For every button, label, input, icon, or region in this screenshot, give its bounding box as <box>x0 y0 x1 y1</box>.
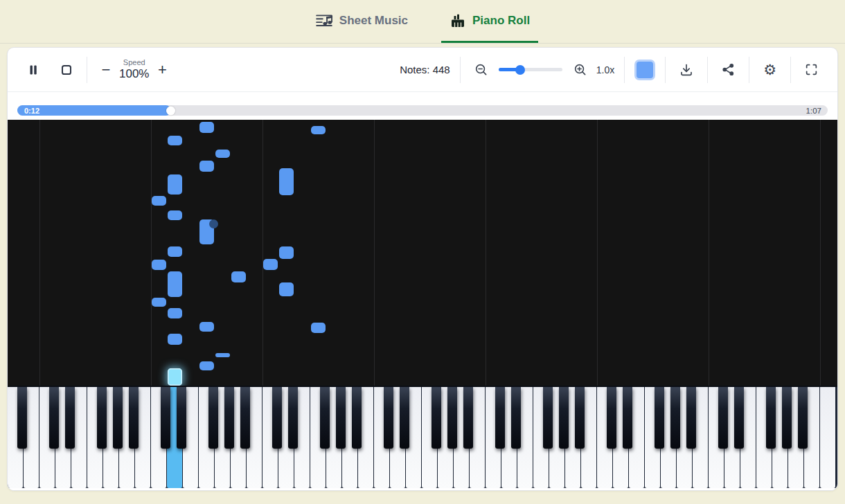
black-key[interactable] <box>798 387 808 449</box>
falling-note <box>263 259 278 270</box>
stop-button[interactable] <box>56 60 77 80</box>
tab-sheet-music[interactable]: Sheet Music <box>307 0 416 43</box>
octave-line <box>820 120 821 386</box>
elapsed-time: 0:12 <box>24 107 39 115</box>
black-key[interactable] <box>511 387 521 449</box>
tab-sheet-music-label: Sheet Music <box>339 14 408 28</box>
note-dot <box>209 219 218 228</box>
falling-note <box>199 161 214 172</box>
falling-note <box>311 126 326 134</box>
black-key[interactable] <box>129 387 139 449</box>
black-key[interactable] <box>240 387 250 449</box>
black-key[interactable] <box>97 387 107 449</box>
falling-note <box>152 260 166 270</box>
black-key[interactable] <box>17 387 27 449</box>
black-key[interactable] <box>161 387 170 449</box>
speed-display: Speed 100% <box>119 58 149 80</box>
toolbar-divider <box>790 57 791 83</box>
gear-icon: ⚙ <box>763 63 776 77</box>
zoom-slider-thumb[interactable] <box>515 65 525 75</box>
black-key[interactable] <box>782 387 792 449</box>
progress-row: 0:12 1:07 <box>8 92 837 120</box>
white-key[interactable] <box>820 387 836 488</box>
black-key[interactable] <box>623 387 632 449</box>
falling-note <box>152 298 166 307</box>
falling-note <box>311 323 326 333</box>
black-key[interactable] <box>384 387 393 449</box>
black-key[interactable] <box>400 387 409 449</box>
black-key[interactable] <box>352 387 362 449</box>
octave-line <box>709 120 709 386</box>
black-key[interactable] <box>432 387 441 449</box>
share-button[interactable] <box>718 59 739 80</box>
black-key[interactable] <box>559 387 569 449</box>
keyboard-footer <box>8 488 837 490</box>
pause-button[interactable] <box>23 60 44 80</box>
black-key[interactable] <box>734 387 744 449</box>
sheet-music-icon <box>315 12 333 30</box>
falling-note <box>199 322 214 332</box>
toolbar-divider <box>749 57 749 83</box>
falling-note <box>215 353 230 357</box>
progress-bar[interactable]: 0:12 1:07 <box>17 105 828 116</box>
progress-thumb[interactable] <box>166 106 175 115</box>
black-key[interactable] <box>766 387 776 449</box>
zoom-in-button[interactable] <box>569 59 591 80</box>
black-key[interactable] <box>575 387 585 449</box>
black-key[interactable] <box>177 387 186 449</box>
falling-note <box>199 122 214 133</box>
falling-note <box>168 136 182 145</box>
black-key[interactable] <box>655 387 664 449</box>
fullscreen-button[interactable] <box>801 59 822 80</box>
black-key[interactable] <box>543 387 553 449</box>
black-key[interactable] <box>208 387 218 449</box>
speed-value: 100% <box>119 67 149 81</box>
octave-line <box>263 120 263 386</box>
keyboard <box>8 386 837 488</box>
falling-note <box>168 246 182 257</box>
view-tabbar: Sheet Music Piano Roll <box>0 0 845 44</box>
black-key[interactable] <box>495 387 505 449</box>
speed-increase-button[interactable]: + <box>153 61 171 79</box>
speed-decrease-button[interactable]: − <box>97 61 115 79</box>
black-key[interactable] <box>320 387 330 449</box>
black-key[interactable] <box>113 387 123 449</box>
black-key[interactable] <box>288 387 298 449</box>
falling-note <box>279 282 294 296</box>
piano-roll-icon <box>450 12 466 29</box>
falling-note <box>168 271 182 297</box>
active-falling-note <box>168 368 182 386</box>
falling-note <box>152 196 166 206</box>
toolbar-divider <box>460 57 461 83</box>
note-color-swatch-button[interactable] <box>634 60 655 80</box>
toolbar-divider <box>665 57 666 83</box>
download-button[interactable] <box>675 59 697 81</box>
player-card: − Speed 100% + Notes: 448 <box>7 47 838 491</box>
octave-line <box>151 120 152 386</box>
black-key[interactable] <box>336 387 346 449</box>
falling-note <box>168 174 182 195</box>
black-key[interactable] <box>49 387 59 449</box>
black-key[interactable] <box>447 387 457 449</box>
toolbar-divider <box>87 57 87 83</box>
black-key[interactable] <box>224 387 234 449</box>
black-key[interactable] <box>718 387 728 449</box>
black-key[interactable] <box>607 387 616 449</box>
octave-line <box>374 120 375 386</box>
zoom-slider[interactable] <box>499 68 562 71</box>
tab-piano-roll-label: Piano Roll <box>472 14 530 28</box>
black-key[interactable] <box>65 387 75 449</box>
black-key[interactable] <box>463 387 473 449</box>
settings-button[interactable]: ⚙ <box>759 59 781 81</box>
zoom-out-button[interactable] <box>470 59 492 80</box>
black-key[interactable] <box>272 387 282 449</box>
toolbar-divider <box>707 57 708 83</box>
progress-fill <box>17 105 171 116</box>
black-key[interactable] <box>670 387 680 449</box>
falling-note <box>168 210 182 220</box>
total-time: 1:07 <box>806 107 821 115</box>
tab-piano-roll[interactable]: Piano Roll <box>441 0 538 43</box>
speed-label: Speed <box>123 58 145 67</box>
black-key[interactable] <box>686 387 696 449</box>
falling-note <box>279 168 294 195</box>
